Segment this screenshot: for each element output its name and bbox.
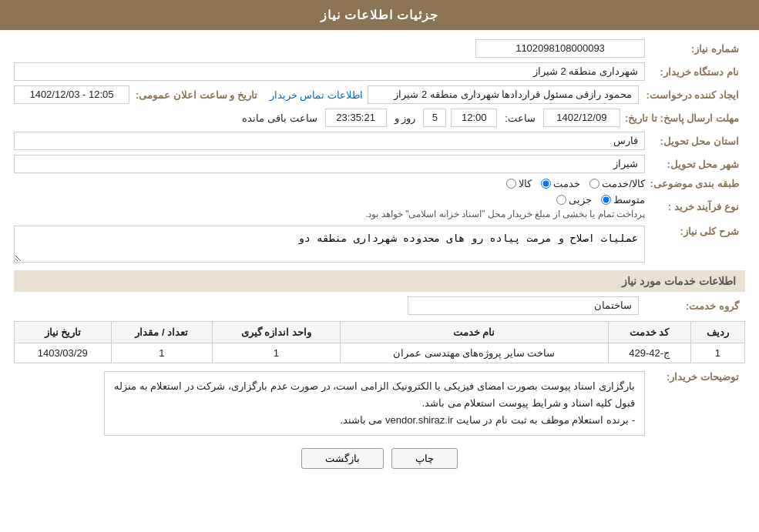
col-name: نام خدمت [340,322,608,343]
purchase-type-row: نوع فرآیند خرید : متوسط جزیی پرداخت تمام… [14,194,745,219]
purchase-type-radio-mottavaset[interactable] [601,195,611,205]
table-row: 1ج-42-429ساخت سایر پروژه‌های مهندسی عمرا… [15,343,745,363]
purchase-type-jozi-label: جزیی [569,194,592,206]
need-description-row: شرح کلی نیاز: عملیات اصلاح و مرمت پیاده … [14,226,745,263]
buyer-notes-row: توضیحات خریدار: بارگزاری اسناد پیوست بصو… [14,371,745,436]
category-radio-khadamat[interactable] [541,179,551,189]
buyer-org-row: نام دستگاه خریدار: شهرداری منطقه 2 شیراز [14,62,745,81]
send-deadline-label: مهلت ارسال پاسخ: تا تاریخ: [625,112,745,124]
buyer-notes-content: بارگزاری اسناد پیوست بصورت امضای فیزیکی … [104,371,645,436]
page-title: جزئیات اطلاعات نیاز [321,8,439,22]
buyer-notes-label: توضیحات خریدار: [645,371,745,383]
buyer-notes-line1: بارگزاری اسناد پیوست بصورت امضای فیزیکی … [114,380,635,392]
send-days-value: 5 [423,109,446,127]
creator-contact-link[interactable]: اطلاعات تماس خریدار [270,89,363,101]
creator-value: محمود رازقی مسئول قراردادها شهرداری منطق… [368,85,639,104]
need-description-label: شرح کلی نیاز: [645,226,745,237]
announce-value: 1402/12/03 - 12:05 [14,85,129,104]
category-radio-group: کالا/خدمت خدمت کالا [506,178,645,189]
send-remaining-label: ساعت باقی مانده [242,112,317,124]
purchase-type-note: پرداخت تمام یا بخشی از مبلغ خریدار محل "… [365,209,645,219]
need-number-row: شماره نیاز: 1102098108000093 [14,39,745,58]
city-value: شیراز [14,155,645,173]
col-unit: واحد اندازه گیری [213,322,341,343]
purchase-type-label: نوع فرآیند خرید : [645,201,745,212]
send-date-value: 1402/12/09 [543,109,620,127]
main-content: شماره نیاز: 1102098108000093 نام دستگاه … [0,30,759,487]
city-label: شهر محل تحویل: [645,159,745,170]
category-option-kala-khadamat-label: کالا/خدمت [602,178,645,189]
send-time-label: ساعت: [505,112,536,124]
purchase-type-option-mottavaset[interactable]: متوسط [601,194,645,206]
category-option-kala-khadamat[interactable]: کالا/خدمت [589,178,645,189]
buyer-notes-line2: قبول کلیه اسناد و شرایط پیوست استعلام می… [421,397,635,409]
category-row: طبقه بندی موضوعی: کالا/خدمت خدمت کالا [14,178,745,189]
province-label: استان محل تحویل: [645,136,745,147]
category-option-kala[interactable]: کالا [506,178,532,189]
category-option-kala-label: کالا [519,178,532,189]
send-deadline-row: مهلت ارسال پاسخ: تا تاریخ: 1402/12/09 سا… [14,109,745,127]
page-wrapper: جزئیات اطلاعات نیاز شماره نیاز: 11020981… [0,0,759,532]
category-option-khadamat[interactable]: خدمت [541,178,580,189]
send-days-label: روز و [395,112,416,124]
need-description-value[interactable]: عملیات اصلاح و مرمت پیاده رو های محدوده … [14,226,645,263]
province-value: فارس [14,132,645,150]
services-table: ردیف کد خدمت نام خدمت واحد اندازه گیری ت… [14,321,745,363]
category-option-khadamat-label: خدمت [553,178,580,189]
group-service-value: ساختمان [408,296,639,315]
group-service-label: گروه خدمت: [645,300,745,312]
group-service-row: گروه خدمت: ساختمان [14,296,745,315]
category-radio-kala[interactable] [506,179,516,189]
page-header: جزئیات اطلاعات نیاز [0,0,759,30]
province-row: استان محل تحویل: فارس [14,132,745,150]
need-number-label: شماره نیاز: [645,43,745,55]
buyer-notes-line3: - برنده استعلام موظف به ثبت نام در سایت … [340,414,635,426]
purchase-type-mottavaset-label: متوسط [613,194,645,206]
send-time-value: 12:00 [451,109,497,127]
back-button[interactable]: بازگشت [301,448,384,469]
purchase-type-option-jozi[interactable]: جزیی [556,194,592,206]
purchase-type-radio-jozi[interactable] [556,195,566,205]
col-code: کد خدمت [608,322,690,343]
button-row: چاپ بازگشت [14,448,745,469]
creator-announce-row: ایجاد کننده درخواست: محمود رازقی مسئول ق… [14,85,745,104]
creator-label: ایجاد کننده درخواست: [645,89,745,101]
col-date: تاریخ نیاز [15,322,112,343]
announce-label: تاریخ و ساعت اعلان عمومی: [136,89,264,101]
col-quantity: تعداد / مقدار [111,322,212,343]
services-section-title: اطلاعات خدمات مورد نیاز [14,270,745,292]
purchase-type-radio-group: متوسط جزیی [556,194,645,206]
send-remaining-time: 23:35:21 [325,109,387,127]
buyer-org-label: نام دستگاه خریدار: [645,66,745,78]
category-radio-kala-khadamat[interactable] [589,179,599,189]
need-number-value: 1102098108000093 [475,39,645,58]
col-row: ردیف [690,322,744,343]
city-row: شهر محل تحویل: شیراز [14,155,745,173]
category-label: طبقه بندی موضوعی: [645,178,745,189]
buyer-org-value: شهرداری منطقه 2 شیراز [14,62,645,81]
print-button[interactable]: چاپ [391,448,458,469]
